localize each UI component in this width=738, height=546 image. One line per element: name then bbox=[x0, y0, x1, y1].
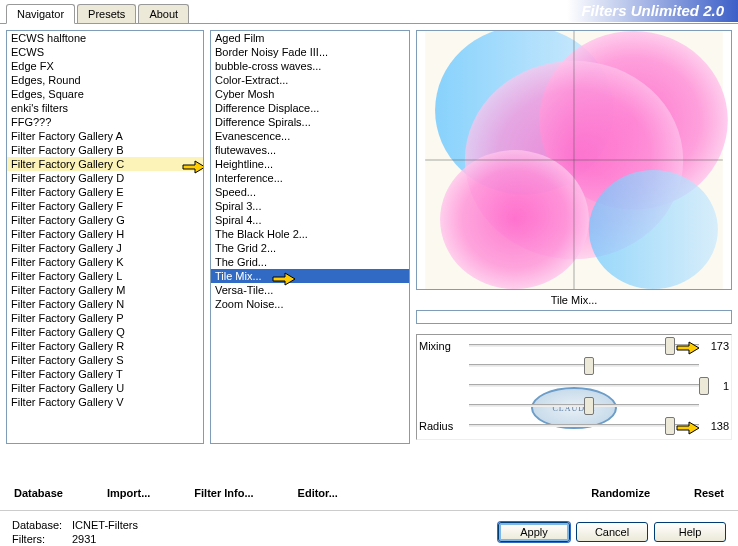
filter-item[interactable]: Color-Extract... bbox=[211, 73, 409, 87]
slider-value: 138 bbox=[699, 420, 731, 432]
header: NavigatorPresetsAbout Filters Unlimited … bbox=[0, 0, 738, 24]
filter-item[interactable]: Spiral 3... bbox=[211, 199, 409, 213]
filter-item[interactable]: Border Noisy Fade III... bbox=[211, 45, 409, 59]
category-item[interactable]: Filter Factory Gallery F bbox=[7, 199, 203, 213]
filter-item[interactable]: The Black Hole 2... bbox=[211, 227, 409, 241]
sliders-panel: CLAUDIA Mixing1731Radius138 bbox=[416, 334, 732, 440]
slider-thumb[interactable] bbox=[665, 337, 675, 355]
category-item[interactable]: Filter Factory Gallery A bbox=[7, 129, 203, 143]
filter-item[interactable]: Difference Displace... bbox=[211, 101, 409, 115]
filter-item[interactable]: The Grid... bbox=[211, 255, 409, 269]
category-item[interactable]: Filter Factory Gallery C bbox=[7, 157, 203, 171]
filter-item[interactable]: bubble-cross waves... bbox=[211, 59, 409, 73]
apply-button[interactable]: Apply bbox=[498, 522, 570, 542]
category-item[interactable]: ECWS bbox=[7, 45, 203, 59]
svg-point-5 bbox=[589, 170, 718, 289]
filter-item[interactable]: Cyber Mosh bbox=[211, 87, 409, 101]
category-item[interactable]: Filter Factory Gallery B bbox=[7, 143, 203, 157]
category-item[interactable]: Filter Factory Gallery N bbox=[7, 297, 203, 311]
tab-about[interactable]: About bbox=[138, 4, 189, 23]
import--button[interactable]: Import... bbox=[99, 484, 158, 502]
filter-item[interactable]: flutewaves... bbox=[211, 143, 409, 157]
help-button[interactable]: Help bbox=[654, 522, 726, 542]
tab-bar: NavigatorPresetsAbout bbox=[0, 4, 191, 23]
category-item[interactable]: Filter Factory Gallery S bbox=[7, 353, 203, 367]
slider-row bbox=[417, 357, 731, 375]
category-item[interactable]: Filter Factory Gallery E bbox=[7, 185, 203, 199]
slider-row: 1 bbox=[417, 377, 731, 395]
category-item[interactable]: Edge FX bbox=[7, 59, 203, 73]
slider-label: Radius bbox=[417, 420, 469, 432]
db-value: ICNET-Filters bbox=[72, 519, 138, 531]
footer: Database:ICNET-Filters Filters:2931 Appl… bbox=[0, 510, 738, 546]
tab-navigator[interactable]: Navigator bbox=[6, 4, 75, 24]
slider-track[interactable] bbox=[469, 417, 699, 435]
preview-image bbox=[416, 30, 732, 290]
category-listbox[interactable]: ECWS halftoneECWSEdge FXEdges, RoundEdge… bbox=[6, 30, 204, 444]
category-item[interactable]: Filter Factory Gallery G bbox=[7, 213, 203, 227]
category-item[interactable]: Filter Factory Gallery Q bbox=[7, 325, 203, 339]
category-item[interactable]: enki's filters bbox=[7, 101, 203, 115]
category-item[interactable]: Filter Factory Gallery T bbox=[7, 367, 203, 381]
category-item[interactable]: Filter Factory Gallery D bbox=[7, 171, 203, 185]
category-item[interactable]: FFG??? bbox=[7, 115, 203, 129]
category-item[interactable]: Edges, Round bbox=[7, 73, 203, 87]
category-item[interactable]: ECWS halftone bbox=[7, 31, 203, 45]
current-filter-label: Tile Mix... bbox=[416, 290, 732, 310]
slider-track[interactable] bbox=[469, 377, 699, 395]
slider-track[interactable] bbox=[469, 397, 699, 415]
category-item[interactable]: Filter Factory Gallery U bbox=[7, 381, 203, 395]
slider-track[interactable] bbox=[469, 337, 699, 355]
category-item[interactable]: Filter Factory Gallery M bbox=[7, 283, 203, 297]
category-item[interactable]: Filter Factory Gallery L bbox=[7, 269, 203, 283]
filter-item[interactable]: The Grid 2... bbox=[211, 241, 409, 255]
filter-item[interactable]: Difference Spirals... bbox=[211, 115, 409, 129]
filter-item[interactable]: Aged Film bbox=[211, 31, 409, 45]
category-item[interactable]: Filter Factory Gallery K bbox=[7, 255, 203, 269]
slider-row: Radius138 bbox=[417, 417, 731, 435]
slider-thumb[interactable] bbox=[584, 357, 594, 375]
filter-item[interactable]: Tile Mix... bbox=[211, 269, 409, 283]
app-title: Filters Unlimited 2.0 bbox=[567, 0, 738, 22]
filter-item[interactable]: Zoom Noise... bbox=[211, 297, 409, 311]
progress-bar bbox=[416, 310, 732, 324]
filter-listbox[interactable]: Aged FilmBorder Noisy Fade III...bubble-… bbox=[210, 30, 410, 444]
filter-item[interactable]: Speed... bbox=[211, 185, 409, 199]
slider-thumb[interactable] bbox=[584, 397, 594, 415]
filter-item[interactable]: Evanescence... bbox=[211, 129, 409, 143]
filter-item[interactable]: Spiral 4... bbox=[211, 213, 409, 227]
category-item[interactable]: Filter Factory Gallery R bbox=[7, 339, 203, 353]
editor--button[interactable]: Editor... bbox=[290, 484, 346, 502]
slider-thumb[interactable] bbox=[699, 377, 709, 395]
svg-point-4 bbox=[440, 150, 589, 289]
category-item[interactable]: Filter Factory Gallery H bbox=[7, 227, 203, 241]
category-item[interactable]: Filter Factory Gallery P bbox=[7, 311, 203, 325]
slider-thumb[interactable] bbox=[665, 417, 675, 435]
category-item[interactable]: Filter Factory Gallery J bbox=[7, 241, 203, 255]
slider-row bbox=[417, 397, 731, 415]
slider-value: 173 bbox=[699, 340, 731, 352]
category-item[interactable]: Edges, Square bbox=[7, 87, 203, 101]
slider-track[interactable] bbox=[469, 357, 699, 375]
cancel-button[interactable]: Cancel bbox=[576, 522, 648, 542]
toolbar: DatabaseImport...Filter Info...Editor...… bbox=[0, 480, 738, 506]
tab-presets[interactable]: Presets bbox=[77, 4, 136, 23]
reset-button[interactable]: Reset bbox=[686, 484, 732, 502]
filters-count-label: Filters: bbox=[12, 533, 72, 545]
slider-row: Mixing173 bbox=[417, 337, 731, 355]
db-label: Database: bbox=[12, 519, 72, 531]
slider-label: Mixing bbox=[417, 340, 469, 352]
database-button[interactable]: Database bbox=[6, 484, 71, 502]
filter-item[interactable]: Interference... bbox=[211, 171, 409, 185]
category-item[interactable]: Filter Factory Gallery V bbox=[7, 395, 203, 409]
randomize-button[interactable]: Randomize bbox=[583, 484, 658, 502]
filters-count-value: 2931 bbox=[72, 533, 96, 545]
filter-info--button[interactable]: Filter Info... bbox=[186, 484, 261, 502]
filter-item[interactable]: Heightline... bbox=[211, 157, 409, 171]
filter-item[interactable]: Versa-Tile... bbox=[211, 283, 409, 297]
